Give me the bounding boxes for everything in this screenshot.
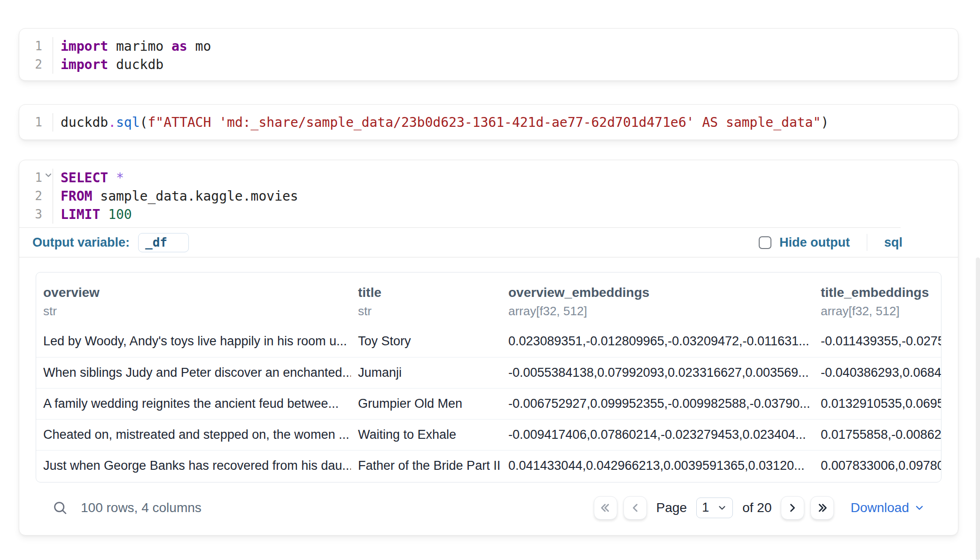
line-number: 3 [19, 205, 53, 224]
table-row: Led by Woody, Andy's toys live happily i… [36, 326, 941, 357]
line-number: 1 [19, 169, 53, 187]
table-cell: Cheated on, mistreated and stepped on, t… [36, 419, 351, 450]
column-header-title[interactable]: titlestr [351, 272, 501, 326]
divider [867, 234, 867, 251]
scrollbar[interactable] [976, 257, 980, 560]
code-line: SELECT * [61, 169, 298, 187]
table-cell: -0.0055384138,0.07992093,0.023316627,0.0… [501, 357, 814, 388]
code-editor-sql[interactable]: 123SELECT *FROM sample_data.kaggle.movie… [19, 160, 958, 224]
table-row: A family wedding reignites the ancient f… [36, 388, 941, 419]
first-page-button[interactable] [594, 496, 617, 520]
language-badge: sql [884, 235, 902, 250]
next-page-button[interactable] [781, 496, 804, 520]
cell-sql: 123SELECT *FROM sample_data.kaggle.movie… [19, 160, 958, 536]
code-token: f"ATTACH 'md:_share/sample_data/23b0d623… [148, 115, 821, 130]
line-number: 2 [19, 55, 53, 74]
column-name: overview [43, 285, 347, 300]
output-variable-input[interactable]: _df [138, 233, 189, 252]
column-name: overview_embeddings [508, 285, 810, 300]
table-row: Cheated on, mistreated and stepped on, t… [36, 419, 941, 450]
line-number-text: 2 [35, 189, 42, 203]
column-header-title_embeddings[interactable]: title_embeddingsarray[f32, 512] [814, 272, 941, 326]
code-token: sample_data.kaggle.movies [92, 188, 298, 204]
code-token [100, 207, 108, 222]
last-page-button[interactable] [810, 496, 834, 520]
column-type: str [43, 304, 347, 319]
line-number-text: 1 [35, 115, 42, 129]
download-button[interactable]: Download [850, 500, 925, 515]
code-token: LIMIT [61, 207, 100, 222]
code-line: import duckdb [61, 55, 211, 74]
table-body: Led by Woody, Andy's toys live happily i… [36, 326, 941, 481]
cell-imports: 12import marimo as moimport duckdb [19, 28, 958, 81]
table-cell: -0.006752927,0.099952355,-0.009982588,-0… [501, 388, 814, 419]
column-name: title_embeddings [821, 285, 941, 300]
hide-output-label[interactable]: Hide output [779, 235, 850, 250]
table-header-row: overviewstrtitlestroverview_embeddingsar… [36, 272, 941, 326]
marimo-notebook: 12import marimo as moimport duckdb 1duck… [0, 0, 980, 560]
code-token: duckdb [108, 57, 163, 72]
line-number-gutter: 1 [19, 113, 53, 132]
code-token: sql [116, 115, 140, 130]
double-chevron-right-icon [816, 501, 829, 514]
download-label: Download [850, 500, 909, 515]
page-number-select[interactable]: 1 [696, 498, 733, 518]
table-cell: Grumpier Old Men [351, 388, 501, 419]
previous-page-button[interactable] [623, 496, 647, 520]
cell-attach: 1duckdb.sql(f"ATTACH 'md:_share/sample_d… [19, 104, 958, 140]
table-cell: 0.0132910535,0.06958 [814, 388, 941, 419]
chevron-left-icon [629, 501, 642, 514]
code-token: import [61, 57, 108, 72]
code-editor-imports[interactable]: 12import marimo as moimport duckdb [19, 29, 958, 74]
code-line: import marimo as mo [61, 37, 211, 55]
hide-output-checkbox[interactable] [759, 236, 771, 249]
table-cell: A family wedding reignites the ancient f… [36, 388, 351, 419]
code-token: . [108, 115, 116, 130]
row-count-summary: 100 rows, 4 columns [81, 500, 202, 515]
table-cell: -0.011439355,-0.02752 [814, 326, 941, 357]
table-cell: Jumanji [351, 357, 501, 388]
fold-chevron-icon[interactable] [44, 171, 53, 180]
line-number: 1 [19, 37, 53, 55]
table-footer-left: 100 rows, 4 columns [52, 500, 202, 515]
column-header-overview_embeddings[interactable]: overview_embeddingsarray[f32, 512] [501, 272, 814, 326]
line-number-text: 3 [35, 207, 42, 221]
code-token: ) [821, 115, 829, 130]
code-editor-attach[interactable]: 1duckdb.sql(f"ATTACH 'md:_share/sample_d… [19, 105, 958, 132]
sql-output-bar: Output variable: _df Hide output sql [19, 228, 958, 257]
line-number-gutter: 123 [19, 169, 53, 224]
table-footer: 100 rows, 4 columns [36, 482, 941, 536]
code-token: ( [140, 115, 148, 130]
column-type: str [358, 304, 498, 319]
dataframe-table-card: overviewstrtitlestroverview_embeddingsar… [36, 272, 941, 482]
code-line: duckdb.sql(f"ATTACH 'md:_share/sample_da… [61, 113, 829, 132]
table-cell: Just when George Banks has recovered fro… [36, 450, 351, 481]
code-token: mo [187, 39, 211, 54]
table-cell: Toy Story [351, 326, 501, 357]
line-number: 2 [19, 187, 53, 205]
code-lines: import marimo as moimport duckdb [53, 37, 211, 74]
table-cell: 0.007833006,0.097801 [814, 450, 941, 481]
pagination: Page 1 of 20 [594, 496, 925, 520]
chevron-down-icon [717, 503, 727, 513]
code-token: marimo [108, 39, 171, 54]
table-row: Just when George Banks has recovered fro… [36, 450, 941, 481]
output-variable-label: Output variable: [32, 235, 130, 250]
code-token: 100 [108, 207, 132, 222]
column-header-overview[interactable]: overviewstr [36, 272, 351, 326]
table-cell: 0.023089351,-0.012809965,-0.03209472,-0.… [501, 326, 814, 357]
table-row: When siblings Judy and Peter discover an… [36, 357, 941, 388]
line-number-text: 1 [35, 171, 42, 185]
cell-output-area: overviewstrtitlestroverview_embeddingsar… [19, 257, 958, 536]
line-number-gutter: 12 [19, 37, 53, 74]
search-icon[interactable] [52, 500, 68, 515]
table-cell: Led by Woody, Andy's toys live happily i… [36, 326, 351, 357]
code-token: as [171, 39, 187, 54]
dataframe-table: overviewstrtitlestroverview_embeddingsar… [36, 272, 941, 481]
table-cell: Father of the Bride Part II [351, 450, 501, 481]
output-variable-group: Output variable: _df [32, 233, 189, 252]
table-cell: 0.01755858,-0.0086286 [814, 419, 941, 450]
code-token: FROM [61, 188, 92, 204]
page-number-value: 1 [702, 500, 709, 515]
table-cell: Waiting to Exhale [351, 419, 501, 450]
